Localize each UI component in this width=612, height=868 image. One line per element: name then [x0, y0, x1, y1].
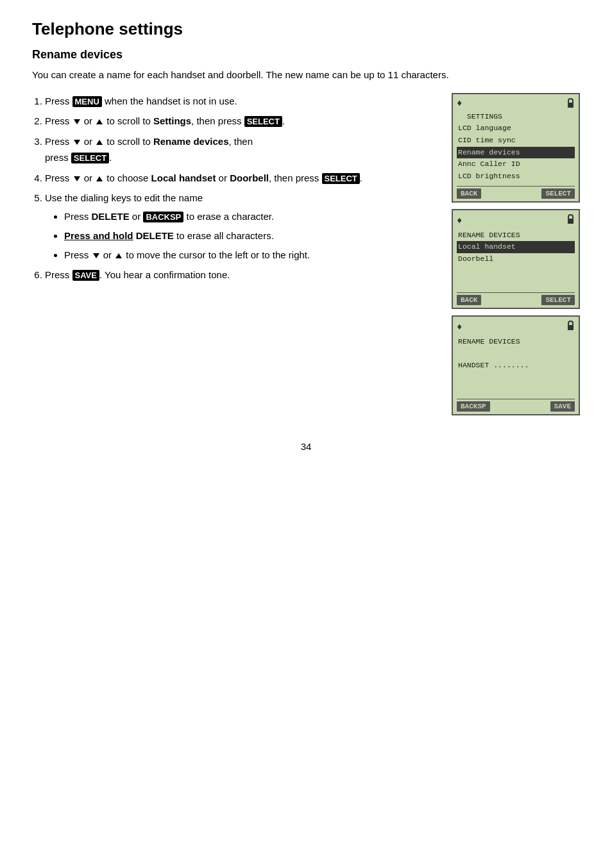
screen1-select-btn: SELECT	[541, 188, 575, 199]
svg-rect-2	[568, 325, 574, 330]
step-1: Press MENU when the handset is not in us…	[45, 93, 432, 110]
screen3-row-empty3	[457, 384, 575, 396]
step-3: Press or to scroll to Rename devices, th…	[45, 133, 432, 166]
step-2: Press or to scroll to Settings, then pre…	[45, 113, 432, 129]
screen2-top-row: ♦	[457, 214, 575, 227]
bullet-1: Press DELETE or BACKSP to erase a charac…	[64, 209, 432, 224]
local-handset-label: Local handset	[151, 172, 216, 183]
content-wrapper: Press MENU when the handset is not in us…	[32, 93, 580, 416]
page-title: Telephone settings	[32, 19, 580, 39]
lcd-screen-1: ♦ SETTINGS LCD language CID time sync Re…	[452, 93, 580, 203]
screen3-row-empty2	[457, 372, 575, 384]
screen2-select-btn: SELECT	[541, 295, 575, 305]
screen2-row-empty2	[457, 277, 575, 289]
step-6: Press SAVE. You hear a confirmation tone…	[45, 267, 432, 283]
screen1-btn-row: BACK SELECT	[457, 186, 575, 199]
screen3-backsp-btn: BACKSP	[457, 401, 490, 412]
select-key-1: SELECT	[244, 116, 282, 127]
bullet-3: Press or to move the cursor to the left …	[64, 247, 432, 263]
screen3-save-btn: SAVE	[550, 401, 575, 412]
instructions-section: Press MENU when the handset is not in us…	[32, 93, 432, 287]
screen1-lock-icon	[566, 98, 575, 108]
lcd-screen-2: ♦ RENAME DEVICES Local handset Doorbell …	[452, 209, 580, 309]
bullet-2: Press and hold DELETE to erase all chara…	[64, 228, 432, 244]
page-number: 34	[32, 441, 580, 452]
down-arrow-icon-3	[74, 176, 80, 181]
screen3-row-handset: HANDSET ........	[457, 360, 575, 372]
sub-bullets: Press DELETE or BACKSP to erase a charac…	[64, 209, 432, 263]
step-4: Press or to choose Local handset or Door…	[45, 170, 432, 187]
screen2-lock-icon	[566, 214, 575, 227]
select-key-3: SELECT	[322, 173, 360, 184]
screen3-btn-row: BACKSP SAVE	[457, 399, 575, 412]
svg-rect-0	[568, 103, 574, 108]
save-key: SAVE	[72, 270, 99, 281]
screen2-row-empty1	[457, 265, 575, 278]
screen2-nav-icon: ♦	[457, 215, 462, 226]
screen2-btn-row: BACK SELECT	[457, 292, 575, 305]
screen3-row-title: RENAME DEVICES	[457, 336, 575, 348]
up-arrow-icon-3	[96, 176, 103, 181]
intro-paragraph: You can create a name for each handset a…	[32, 68, 580, 83]
down-arrow-icon-4	[93, 253, 99, 258]
step-5: Use the dialing keys to edit the name Pr…	[45, 190, 432, 263]
press-and-hold-label: Press and hold	[64, 230, 133, 241]
screens-column: ♦ SETTINGS LCD language CID time sync Re…	[452, 93, 580, 416]
up-arrow-icon-2	[96, 140, 103, 145]
screen2-row-local: Local handset	[457, 241, 575, 253]
screen3-top-row: ♦	[457, 321, 575, 333]
screen1-row-brightness: LCD brightness	[457, 171, 575, 183]
up-arrow-icon	[96, 119, 103, 124]
menu-key: MENU	[72, 96, 102, 107]
screen2-back-btn: BACK	[457, 295, 481, 305]
screen2-row-doorbell: Doorbell	[457, 253, 575, 265]
screen1-row-settings: SETTINGS	[457, 111, 575, 123]
doorbell-label: Doorbell	[230, 172, 269, 183]
svg-rect-1	[568, 219, 574, 224]
lcd-screen-3: ♦ RENAME DEVICES HANDSET ........ BACKSP…	[452, 315, 580, 415]
screen2-row-title: RENAME DEVICES	[457, 230, 575, 242]
delete-label-1: DELETE	[92, 211, 130, 222]
screen1-back-btn: BACK	[457, 188, 481, 199]
screen1-row-rename: Rename devices	[457, 147, 575, 159]
down-arrow-icon-2	[74, 140, 80, 145]
screen1-top-row: ♦	[457, 98, 575, 108]
screen3-lock-icon	[566, 321, 575, 333]
screen3-row-empty1	[457, 348, 575, 360]
delete-label-2: DELETE	[136, 230, 174, 241]
screen1-row-cid-sync: CID time sync	[457, 135, 575, 147]
backsp-key: BACKSP	[143, 212, 183, 222]
rename-devices-label: Rename devices	[153, 136, 229, 147]
screen3-nav-icon: ♦	[457, 322, 462, 332]
select-key-2: SELECT	[71, 153, 109, 163]
down-arrow-icon	[74, 119, 80, 124]
settings-label: Settings	[153, 115, 191, 126]
screen1-row-annc: Annc Caller ID	[457, 158, 575, 171]
screen1-nav-icon: ♦	[457, 98, 462, 108]
steps-list: Press MENU when the handset is not in us…	[45, 93, 432, 283]
screen1-row-lcd-lang: LCD language	[457, 122, 575, 135]
up-arrow-icon-4	[115, 253, 122, 258]
section-title: Rename devices	[32, 48, 580, 62]
